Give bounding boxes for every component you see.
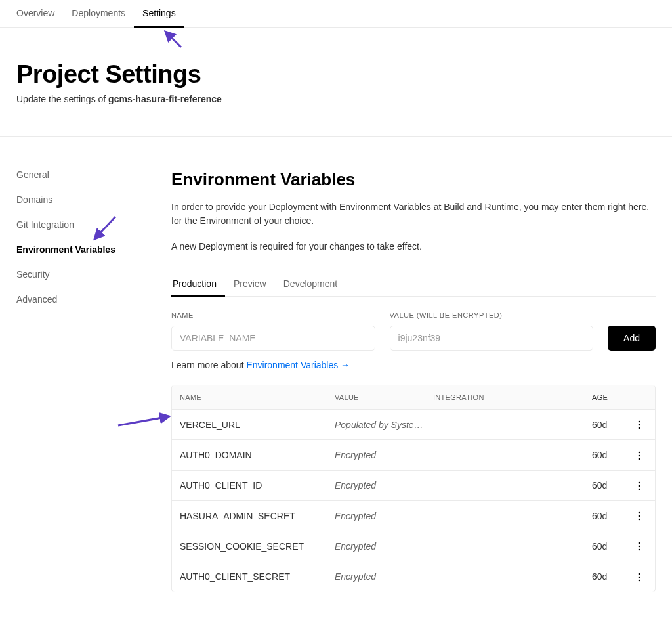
sidebar-item-advanced[interactable]: Advanced [16,294,171,319]
svg-point-9 [639,512,640,514]
table-row: VERCEL_URLPopulated by Syste…60d [172,410,655,440]
row-name: AUTH0_CLIENT_ID [180,480,335,490]
row-age: 60d [592,450,631,460]
row-name: VERCEL_URL [180,420,335,430]
row-age: 60d [592,571,631,582]
row-value: Encrypted [335,541,433,552]
svg-point-12 [639,542,640,544]
svg-point-16 [639,576,640,578]
svg-point-6 [639,482,640,484]
table-row: AUTH0_DOMAINEncrypted60d [172,440,655,470]
col-header-integration: INTEGRATION [433,393,592,401]
svg-point-15 [639,573,640,575]
more-vertical-icon [634,540,644,551]
env-tab-development[interactable]: Development [275,272,346,296]
sidebar-item-general[interactable]: General [16,169,171,194]
value-input[interactable] [390,326,594,351]
row-menu-button[interactable] [631,571,647,582]
tab-overview[interactable]: Overview [16,0,63,27]
env-table: NAME VALUE INTEGRATION AGE VERCEL_URLPop… [171,385,656,592]
tab-deployments[interactable]: Deployments [63,0,134,27]
row-name: AUTH0_CLIENT_SECRET [180,571,335,582]
row-name: SESSION_COOKIE_SECRET [180,541,335,552]
subtitle-prefix: Update the settings of [16,94,108,104]
svg-point-2 [639,427,640,429]
svg-point-8 [639,489,640,490]
env-tab-preview[interactable]: Preview [225,272,275,296]
more-vertical-icon [634,480,644,490]
svg-point-11 [639,519,640,521]
table-row: HASURA_ADMIN_SECRETEncrypted60d [172,501,655,531]
learn-more-prefix: Learn more about [171,360,246,370]
name-input[interactable] [171,326,375,351]
main-content: Environment Variables In order to provid… [171,169,656,592]
more-vertical-icon [634,571,644,581]
row-menu-button[interactable] [631,480,647,491]
more-vertical-icon [634,449,644,460]
col-header-age: AGE [592,393,631,401]
table-row: SESSION_COOKIE_SECRETEncrypted60d [172,531,655,561]
row-age: 60d [592,480,631,490]
header-section: Project Settings Update the settings of … [0,28,672,137]
col-header-value: VALUE [335,393,433,401]
row-age: 60d [592,541,631,552]
value-label: VALUE (WILL BE ENCRYPTED) [390,311,594,319]
svg-point-1 [639,424,640,426]
learn-more: Learn more about Environment Variables → [171,360,656,370]
svg-point-3 [639,451,640,453]
col-header-name: NAME [180,393,335,401]
svg-point-13 [639,546,640,548]
top-tabs: Overview Deployments Settings [0,0,672,28]
row-name: AUTH0_DOMAIN [180,450,335,460]
more-vertical-icon [634,419,644,429]
row-menu-button[interactable] [631,540,647,552]
sidebar-item-git-integration[interactable]: Git Integration [16,219,171,244]
sidebar-item-security[interactable]: Security [16,269,171,294]
row-menu-button[interactable] [631,419,647,430]
sidebar: General Domains Git Integration Environm… [16,169,171,592]
page-title: Project Settings [16,60,656,89]
env-tabs: Production Preview Development [171,272,656,297]
row-value: Encrypted [335,450,433,460]
svg-point-0 [639,421,640,423]
page-subtitle: Update the settings of gcms-hasura-fit-r… [16,94,656,104]
row-value: Encrypted [335,480,433,490]
row-age: 60d [592,420,631,430]
add-button[interactable]: Add [608,326,656,351]
table-row: AUTH0_CLIENT_SECRETEncrypted60d [172,561,655,591]
tab-settings[interactable]: Settings [134,0,184,28]
svg-point-10 [639,515,640,517]
svg-point-17 [639,579,640,581]
section-title: Environment Variables [171,169,656,190]
section-desc-2: A new Deployment is required for your ch… [171,240,656,253]
table-header: NAME VALUE INTEGRATION AGE [172,385,655,410]
svg-point-7 [639,485,640,487]
env-tab-production[interactable]: Production [171,272,225,297]
svg-point-14 [639,549,640,551]
name-label: NAME [171,311,375,319]
svg-point-5 [639,458,640,460]
row-menu-button[interactable] [631,510,647,521]
more-vertical-icon [634,510,644,521]
project-name: gcms-hasura-fit-reference [108,94,222,104]
sidebar-item-domains[interactable]: Domains [16,194,171,219]
row-value: Populated by Syste… [335,420,433,430]
section-desc-1: In order to provide your Deployment with… [171,200,656,228]
row-name: HASURA_ADMIN_SECRET [180,511,335,521]
learn-more-link[interactable]: Environment Variables → [246,360,350,370]
row-age: 60d [592,511,631,521]
sidebar-item-environment-variables[interactable]: Environment Variables [16,244,171,269]
row-menu-button[interactable] [631,449,647,460]
table-row: AUTH0_CLIENT_IDEncrypted60d [172,471,655,501]
add-variable-form: NAME VALUE (WILL BE ENCRYPTED) Add [171,311,656,351]
arrow-right-icon: → [341,360,350,370]
svg-point-4 [639,454,640,456]
row-value: Encrypted [335,571,433,582]
row-value: Encrypted [335,511,433,521]
